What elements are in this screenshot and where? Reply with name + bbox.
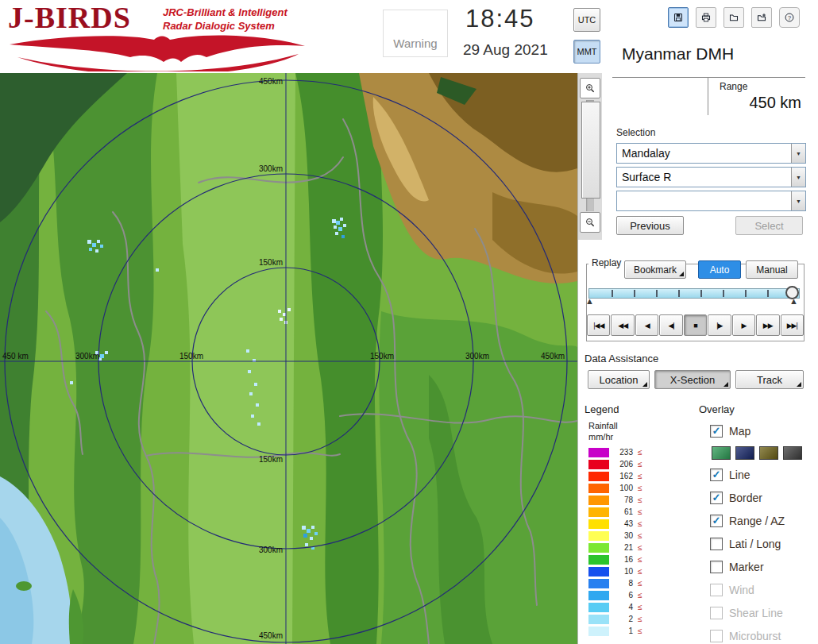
legend-lte-symbol: ≤ — [638, 579, 642, 588]
import-button[interactable] — [751, 7, 772, 28]
open-folder-button[interactable] — [723, 7, 744, 28]
timezone-utc-button[interactable]: UTC — [573, 8, 600, 32]
overlay-item-line[interactable]: ✓Line — [710, 463, 818, 486]
chevron-down-icon[interactable]: ▼ — [791, 168, 805, 187]
timeline-position-marker[interactable]: ▲ — [789, 296, 798, 306]
previous-button[interactable]: Previous — [616, 216, 684, 235]
zoom-slider-thumb[interactable] — [581, 102, 600, 199]
playback-play-reverse-button[interactable]: ◀ — [635, 314, 658, 336]
corner-arrow-icon — [679, 272, 684, 276]
legend-lte-symbol: ≤ — [638, 531, 642, 540]
replay-group: Replay Bookmark Auto Manual ▲ ▲ |◀◀◀◀◀◀|… — [586, 264, 804, 341]
overlay-item-marker[interactable]: Marker — [710, 555, 818, 578]
playback-play-button[interactable]: ▶ — [732, 314, 755, 336]
overlay-item-label: Map — [729, 425, 750, 438]
playback-stop-button[interactable]: ■ — [684, 314, 707, 336]
checkbox-unchecked[interactable] — [710, 561, 723, 573]
warning-status[interactable]: Warning — [383, 10, 448, 57]
timeline-tick — [656, 290, 658, 297]
selection-label: Selection — [616, 127, 655, 138]
help-button[interactable]: ? — [779, 7, 800, 28]
checkbox-checked[interactable]: ✓ — [710, 469, 723, 481]
chevron-down-icon[interactable]: ▼ — [791, 144, 805, 163]
map-style-swatches — [710, 442, 818, 463]
product-dropdown-value: Surface R — [617, 168, 791, 187]
overlay-item-map[interactable]: ✓Map — [710, 419, 818, 442]
map-style-swatch[interactable] — [759, 446, 778, 460]
legend-color-swatch — [588, 591, 609, 600]
jbirds-app-window: J-BIRDS JRC-Brilliant & Intelligent Rada… — [0, 0, 818, 644]
manual-button[interactable]: Manual — [746, 260, 798, 279]
button-label: Track — [757, 374, 782, 386]
data-assistance-label: Data Assistance — [585, 353, 658, 364]
svg-text:300km: 300km — [259, 546, 283, 554]
legend-value: 61 — [614, 507, 633, 516]
auto-button[interactable]: Auto — [698, 260, 741, 279]
legend-lte-symbol: ≤ — [638, 496, 642, 504]
data-assist-x-section-button[interactable]: X-Section — [654, 370, 731, 389]
playback-step-forward-button[interactable]: |▶ — [708, 314, 731, 336]
map-style-swatch[interactable] — [783, 446, 802, 460]
playback-skip-to-start-button[interactable]: |◀◀ — [587, 314, 610, 336]
save-icon — [673, 11, 683, 24]
data-assist-track-button[interactable]: Track — [735, 370, 804, 389]
svg-text:450km: 450km — [259, 77, 283, 86]
product-dropdown[interactable]: Surface R ▼ — [616, 167, 806, 187]
zoom-in-button[interactable] — [580, 78, 600, 98]
legend-color-swatch — [588, 507, 609, 517]
print-icon — [701, 11, 711, 24]
overlay-item-wind: Wind — [710, 578, 818, 601]
legend-color-swatch — [588, 460, 609, 469]
legend-row: 6≤ — [588, 589, 642, 601]
playback-fast-rewind-button[interactable]: ◀◀ — [611, 314, 634, 336]
legend-color-swatch — [588, 555, 609, 565]
checkbox-checked[interactable]: ✓ — [710, 425, 723, 438]
legend-lte-symbol: ≤ — [638, 543, 642, 552]
magnifier-minus-icon — [585, 215, 595, 229]
overlay-item-border[interactable]: ✓Border — [710, 486, 818, 509]
checkbox-unchecked[interactable] — [710, 538, 723, 550]
overlay-item-label: Border — [729, 492, 762, 504]
legend-label: Legend — [585, 403, 619, 415]
legend-unit-1: Rainfall — [588, 421, 618, 430]
overlay-item-lati-long[interactable]: Lati / Long — [710, 532, 818, 555]
svg-text:150km: 150km — [179, 352, 203, 361]
range-label: Range — [720, 81, 747, 92]
legend-row: 233≤ — [588, 446, 642, 458]
import-icon — [757, 11, 766, 24]
replay-timeline-track[interactable] — [588, 288, 800, 299]
zoom-out-button[interactable] — [580, 212, 600, 233]
legend-color-swatch — [588, 615, 609, 624]
radar-map-area[interactable]: 450km 300km 150km 150km 300km 450km 450 … — [0, 73, 577, 644]
legend-lte-symbol: ≤ — [638, 603, 642, 611]
checkbox-checked[interactable]: ✓ — [710, 492, 723, 504]
map-style-swatch[interactable] — [712, 446, 731, 460]
select-button[interactable]: Select — [735, 216, 803, 235]
replay-label: Replay — [588, 257, 624, 268]
print-button[interactable] — [696, 7, 716, 28]
option-dropdown[interactable]: ▼ — [616, 191, 806, 211]
chevron-down-icon[interactable]: ▼ — [791, 191, 805, 210]
radar-map[interactable]: 450km 300km 150km 150km 300km 450km 450 … — [0, 73, 577, 644]
map-style-swatch[interactable] — [735, 446, 754, 460]
app-logo-subtitle-1: JRC-Brilliant & Intelligent — [163, 6, 287, 18]
playback-fast-forward-button[interactable]: ▶▶ — [756, 314, 779, 336]
station-dropdown[interactable]: Mandalay ▼ — [616, 143, 806, 164]
legend-row: 61≤ — [588, 506, 642, 518]
data-assist-location-button[interactable]: Location — [588, 370, 650, 389]
svg-text:450km: 450km — [541, 352, 565, 361]
bookmark-button[interactable]: Bookmark — [624, 260, 686, 279]
playback-skip-to-end-button[interactable]: ▶▶| — [781, 314, 804, 336]
svg-text:300km: 300km — [465, 352, 489, 361]
timeline-start-marker[interactable]: ▲ — [585, 296, 594, 306]
playback-step-back-button[interactable]: ◀| — [659, 314, 682, 336]
timeline-tick — [612, 290, 613, 297]
overlay-label: Overlay — [699, 403, 735, 415]
range-divider-horizontal — [612, 77, 805, 78]
legend-lte-symbol: ≤ — [638, 567, 642, 576]
timezone-mmt-button[interactable]: MMT — [573, 40, 600, 64]
legend-lte-symbol: ≤ — [638, 591, 642, 600]
overlay-item-range-az[interactable]: ✓Range / AZ — [710, 509, 818, 532]
checkbox-checked[interactable]: ✓ — [710, 515, 723, 527]
save-button[interactable] — [668, 7, 689, 28]
